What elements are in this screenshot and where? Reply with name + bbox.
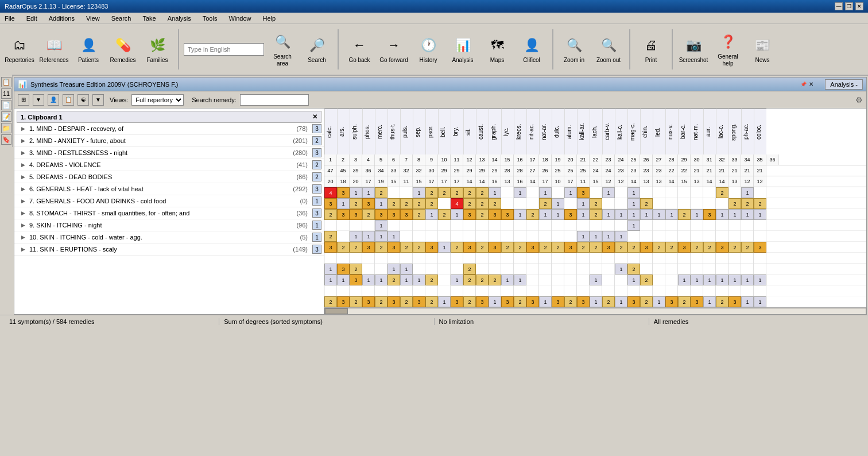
views-select[interactable]: Full repertory: [131, 94, 184, 106]
doc-tool-1[interactable]: ⊞: [18, 94, 29, 106]
toolbar-btn-go-forward[interactable]: →Go forward: [378, 28, 410, 71]
symptom-row[interactable]: ▶5. DREAMS - DEAD BODIES(86)2: [14, 171, 324, 183]
side-icon-5[interactable]: 📁: [1, 123, 11, 133]
data-cell: [425, 220, 438, 231]
maximize-button[interactable]: ❐: [845, 2, 853, 10]
symptom-row[interactable]: ▶8. STOMACH - THIRST - small quantities,…: [14, 207, 324, 219]
hscrollbar-thumb[interactable]: [325, 308, 348, 314]
symptom-expand-icon[interactable]: ▶: [21, 126, 27, 132]
rank-cell: 9: [425, 154, 438, 165]
titlebar-controls[interactable]: — ❐ ✕: [835, 2, 863, 10]
toolbar-btn-history[interactable]: 🕐History: [412, 28, 444, 71]
toolbar-btn-maps[interactable]: 🗺Maps: [481, 28, 513, 71]
symptom-row[interactable]: ▶2. MIND - ANXIETY - future, about(201)2: [14, 135, 324, 147]
grid-panel[interactable]: calc.ars.sulph.phos.merc.thus-t.puls.sep…: [324, 109, 866, 314]
clipboard-close[interactable]: ✕: [312, 113, 317, 121]
data-cell: 1: [653, 296, 665, 307]
doc-tool-4[interactable]: 📋: [63, 94, 74, 106]
symptom-row[interactable]: ▶6. GENERALS - HEAT - lack of vital heat…: [14, 183, 324, 195]
toolbar-btn-analysis[interactable]: 📊Analysis: [447, 28, 479, 71]
side-icon-1[interactable]: 📋: [1, 77, 11, 87]
menu-item-take[interactable]: Take: [140, 14, 158, 23]
doc-pin[interactable]: 📌: [800, 82, 807, 87]
symptom-row[interactable]: ▶10. SKIN - ITCHING - cold - water - agg…: [14, 231, 324, 244]
total-cell: 10: [552, 176, 564, 187]
rank-cell: 7: [400, 154, 413, 165]
toolbar-btn-print[interactable]: 🖨Print: [635, 28, 667, 71]
rank-cell: 30: [691, 154, 703, 165]
toolbar-btn-search[interactable]: 🔎Search: [301, 28, 333, 71]
symptom-row[interactable]: ▶3. MIND - RESTLESSNESS - night(280)3: [14, 147, 324, 159]
data-cell: [691, 253, 703, 264]
symptom-row[interactable]: ▶7. GENERALS - FOOD AND DRINKS - cold fo…: [14, 195, 324, 207]
data-cell: 2: [375, 187, 388, 198]
toolbar-btn-general-help[interactable]: ❓General help: [712, 28, 744, 71]
side-icon-3[interactable]: 📄: [1, 100, 11, 110]
symptom-expand-icon[interactable]: ▶: [21, 234, 27, 240]
menu-item-edit[interactable]: Edit: [24, 14, 40, 23]
toolbar-btn-clificol[interactable]: 👤Clificol: [516, 28, 548, 71]
rank-cell: 25: [627, 154, 640, 165]
minimize-button[interactable]: —: [835, 2, 843, 10]
side-icon-6[interactable]: 🔖: [1, 134, 11, 145]
symptom-degree: 3: [312, 208, 321, 218]
horizontal-scrollbar[interactable]: [324, 307, 866, 314]
side-icon-4[interactable]: 📝: [1, 111, 11, 122]
toolbar-btn-search-area[interactable]: 🔍Search area: [266, 28, 299, 71]
menu-item-view[interactable]: View: [84, 14, 102, 23]
toolbar-btn-patients[interactable]: 👤Patients: [72, 28, 104, 71]
symptom-row[interactable]: ▶9. SKIN - ITCHING - night(96)1: [14, 219, 324, 231]
hscrollbar-track[interactable]: [324, 308, 866, 315]
toolbar-btn-news[interactable]: 📰News: [746, 28, 778, 71]
data-cell: 4: [324, 187, 337, 198]
menu-item-additions[interactable]: Additions: [46, 14, 77, 23]
doc-close[interactable]: ✕: [809, 81, 813, 87]
side-icon-2[interactable]: 11: [1, 88, 11, 99]
analysis-tab[interactable]: Analysis -: [825, 79, 863, 90]
toolbar-btn-references[interactable]: 📖References: [38, 28, 70, 71]
symptom-expand-icon[interactable]: ▶: [21, 246, 27, 252]
doc-tool-6[interactable]: ▼: [92, 94, 104, 106]
symptom-expand-icon[interactable]: ▶: [21, 162, 27, 168]
symptom-expand-icon[interactable]: ▶: [21, 210, 27, 216]
data-cell: [653, 253, 665, 264]
toolbar-btn-repertories[interactable]: 🗂Repertories: [3, 28, 36, 71]
data-cell: [350, 253, 362, 264]
symptom-expand-icon[interactable]: ▶: [21, 186, 27, 192]
menu-item-search[interactable]: Search: [109, 14, 134, 23]
close-button[interactable]: ✕: [855, 2, 863, 10]
toolbar-btn-families[interactable]: 🌿Families: [141, 28, 173, 71]
toolbar-btn-screenshot[interactable]: 📷Screenshot: [677, 28, 710, 71]
clipboard-header[interactable]: 1. Clipboard 1 ✕: [17, 111, 321, 123]
symptom-expand-icon[interactable]: ▶: [21, 198, 27, 204]
menu-item-analysis[interactable]: Analysis: [165, 14, 193, 23]
data-cell: 3: [463, 209, 476, 220]
toolbar-btn-go-back[interactable]: ←Go back: [343, 28, 375, 71]
data-cell: [438, 253, 451, 264]
total-cell: 11: [400, 176, 413, 187]
symptom-expand-icon[interactable]: ▶: [21, 138, 27, 144]
symptom-row[interactable]: ▶11. SKIN - ERUPTIONS - scaly(149)3: [14, 244, 324, 256]
menu-item-window[interactable]: Window: [226, 14, 253, 23]
toolbar-btn-remedies[interactable]: 💊Remedies: [107, 28, 139, 71]
symptom-expand-icon[interactable]: ▶: [21, 174, 27, 180]
data-cell: 3: [703, 209, 716, 220]
doc-tool-5[interactable]: ☯: [78, 94, 89, 106]
symptom-expand-icon[interactable]: ▶: [21, 150, 27, 156]
toolbar-btn-zoom-out[interactable]: 🔍Zoom out: [592, 28, 625, 71]
settings-icon[interactable]: ⚙: [855, 95, 863, 105]
doc-tool-3[interactable]: 👤: [48, 94, 59, 106]
toolbar-search-input[interactable]: [184, 43, 264, 56]
symptom-row[interactable]: ▶4. DREAMS - VIOLENCE(41)2: [14, 159, 324, 171]
remedy-search-input[interactable]: [240, 94, 309, 106]
symptom-expand-icon[interactable]: ▶: [21, 222, 27, 228]
doc-tool-2[interactable]: ▼: [33, 94, 44, 106]
rank-cell: 22: [590, 154, 602, 165]
menu-item-help[interactable]: Help: [261, 14, 278, 23]
menu-item-tools[interactable]: Tools: [200, 14, 220, 23]
totals-row-1: 4745393634333232302929292929282827262525…: [324, 165, 866, 176]
menu-item-file[interactable]: File: [2, 14, 17, 23]
symptom-row[interactable]: ▶1. MIND - DESPAIR - recovery, of(78)3: [14, 123, 324, 135]
toolbar-btn-zoom-in[interactable]: 🔍Zoom in: [558, 28, 590, 71]
remedy-col-header: alum.: [564, 109, 577, 154]
